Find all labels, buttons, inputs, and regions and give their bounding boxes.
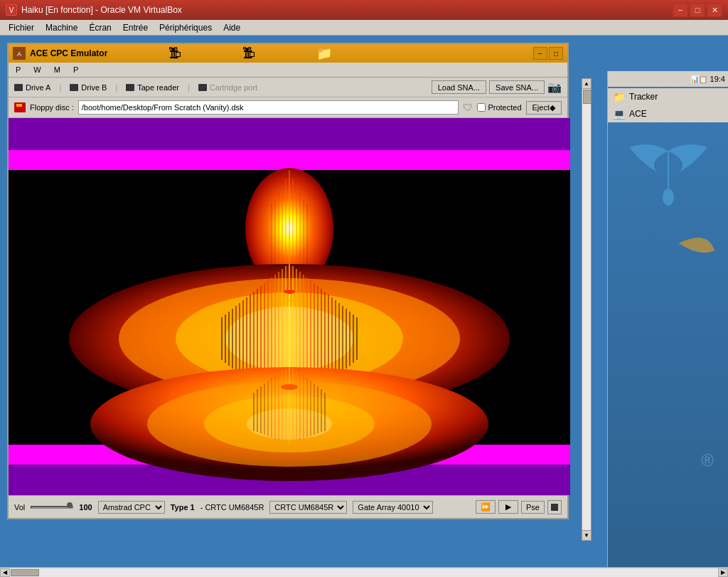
emulator-toolbar: P W M P	[9, 63, 567, 78]
shield-icon: 🛡	[463, 102, 473, 113]
menu-ecran[interactable]: Écran	[83, 21, 117, 34]
emu-title-buttons: − □	[533, 47, 563, 60]
vol-value: 100	[79, 503, 92, 512]
camera-icon: 📷	[547, 80, 562, 94]
crtc-dropdown[interactable]: CRTC UM6845R	[269, 501, 347, 514]
floppy-disk-icon	[14, 102, 26, 112]
svg-rect-8	[9, 150, 570, 170]
clock: 19:4	[710, 75, 725, 83]
protected-checkbox[interactable]	[477, 103, 486, 112]
tape-icon	[126, 84, 134, 91]
title-bar-left: V Haiku [En fonction] - Oracle VM Virtua…	[6, 4, 182, 16]
stop-button[interactable]	[547, 500, 562, 514]
zip-icon-1: 🗜	[168, 46, 181, 61]
sidebar-item-ace[interactable]: 💻 ACE	[608, 105, 728, 122]
floppy-label: Floppy disc :	[30, 103, 74, 112]
title-bar: V Haiku [En fonction] - Oracle VM Virtua…	[0, 0, 728, 20]
cartridge-label: Cartridge port	[210, 83, 257, 92]
menu-machine[interactable]: Machine	[40, 21, 83, 34]
drive-a-icon	[14, 84, 23, 91]
drive-separator-1: |	[59, 83, 61, 92]
vol-label: Vol	[14, 503, 25, 512]
cpc-canvas	[9, 118, 570, 495]
maximize-button[interactable]: □	[690, 3, 705, 17]
window-controls: − □ ✕	[673, 3, 722, 17]
vertical-scrollbar[interactable]: ▲ ▼	[582, 78, 592, 541]
svg-point-97	[663, 189, 674, 206]
tape-reader-item: Tape reader	[126, 83, 179, 92]
type-label: Type 1	[171, 503, 195, 512]
zip-icon-2: 🗜	[242, 46, 255, 61]
notification-icons: 📊📋	[690, 75, 707, 83]
right-panel: 📊📋 19:4 📁 Tracker 💻 ACE	[607, 71, 728, 577]
sidebar-tracker-label: Tracker	[629, 92, 658, 102]
pause-button[interactable]: Pse	[521, 501, 545, 514]
haiku-brand	[608, 137, 728, 279]
cpc-display[interactable]	[9, 118, 570, 495]
protected-label: Protected	[488, 103, 521, 112]
stop-icon	[551, 504, 558, 511]
registered-mark: ®	[701, 450, 714, 470]
drive-separator-2: |	[115, 83, 117, 92]
h-scroll-track	[10, 568, 718, 577]
sidebar-item-tracker[interactable]: 📁 Tracker	[608, 88, 728, 105]
emulator-title-text: ACE CPC Emulator	[30, 48, 107, 58]
playback-controls: ⏩ ▶ Pse	[476, 500, 562, 514]
minimize-button[interactable]: −	[673, 3, 688, 17]
scroll-track	[582, 89, 591, 530]
amstrad-dropdown[interactable]: Amstrad CPC	[98, 501, 165, 514]
tape-reader-label[interactable]: Tape reader	[137, 83, 179, 92]
floppy-path-input[interactable]	[78, 100, 459, 115]
toolbar-w[interactable]: W	[31, 65, 43, 75]
emulator-title-bar: A ACE CPC Emulator 🗜 🗜 📁 − □	[9, 44, 567, 63]
horizontal-scrollbar[interactable]: ◀ ▶	[0, 567, 728, 577]
menu-fichier[interactable]: Fichier	[3, 21, 40, 34]
drive-b-icon	[70, 84, 78, 91]
fast-forward-button[interactable]: ⏩	[476, 500, 496, 514]
eject-button[interactable]: Eject◆	[526, 101, 562, 115]
status-bar: Vol 100 Amstrad CPC Type 1 - CRTC UM6845…	[9, 495, 567, 518]
load-sna-button[interactable]: Load SNA...	[432, 80, 486, 94]
window-title: Haiku [En fonction] - Oracle VM VirtualB…	[21, 5, 182, 15]
drive-a-label[interactable]: Drive A	[26, 83, 50, 92]
haiku-bird-logo	[622, 137, 714, 279]
main-area: A ACE CPC Emulator 🗜 🗜 📁 − □ P W	[0, 36, 728, 577]
protected-checkbox-area: Protected	[477, 103, 521, 112]
emu-minimize-btn[interactable]: −	[533, 47, 547, 60]
floppy-row: Floppy disc : 🛡 Protected Eject◆	[9, 97, 567, 118]
sidebar-ace-label: ACE	[629, 109, 647, 119]
scroll-right-arrow[interactable]: ▶	[718, 568, 728, 577]
save-sna-button[interactable]: Save SNA...	[489, 80, 545, 94]
scroll-left-arrow[interactable]: ◀	[0, 568, 10, 577]
play-button[interactable]: ▶	[498, 500, 518, 514]
drive-b-label[interactable]: Drive B	[81, 83, 107, 92]
menu-aide[interactable]: Aide	[218, 21, 246, 34]
ace-icon: 💻	[612, 107, 625, 120]
svg-text:A: A	[17, 51, 21, 58]
drive-buttons: Load SNA... Save SNA... 📷	[432, 80, 562, 94]
toolbar-p[interactable]: P	[13, 65, 23, 75]
folder-icon: 📁	[316, 46, 332, 61]
drive-b-item: Drive B	[70, 83, 107, 92]
tracker-icon: 📁	[612, 90, 625, 103]
sidebar-list: 📁 Tracker 💻 ACE	[608, 88, 728, 122]
emu-maximize-btn[interactable]: □	[549, 47, 563, 60]
menu-entree[interactable]: Entrée	[117, 21, 154, 34]
gate-array-dropdown[interactable]: Gate Array 40010	[353, 501, 433, 514]
toolbar-m[interactable]: M	[51, 65, 63, 75]
crtc-label: - CRTC UM6845R	[200, 503, 264, 512]
close-button[interactable]: ✕	[707, 3, 722, 17]
svg-text:V: V	[9, 6, 14, 14]
cartridge-icon	[198, 84, 207, 91]
h-scroll-thumb[interactable]	[11, 569, 39, 576]
menu-bar: Fichier Machine Écran Entrée Périphériqu…	[0, 20, 728, 36]
emu-app-icon: A	[13, 47, 26, 60]
volume-slider[interactable]	[31, 506, 73, 509]
toolbar-p2[interactable]: P	[70, 65, 81, 75]
scroll-up-arrow[interactable]: ▲	[582, 79, 591, 89]
emulator-area: A ACE CPC Emulator 🗜 🗜 📁 − □ P W	[0, 36, 597, 577]
scroll-down-arrow[interactable]: ▼	[582, 530, 591, 540]
svg-point-96	[281, 384, 298, 390]
menu-peripheriques[interactable]: Périphériques	[154, 21, 218, 34]
scroll-thumb[interactable]	[583, 90, 592, 104]
